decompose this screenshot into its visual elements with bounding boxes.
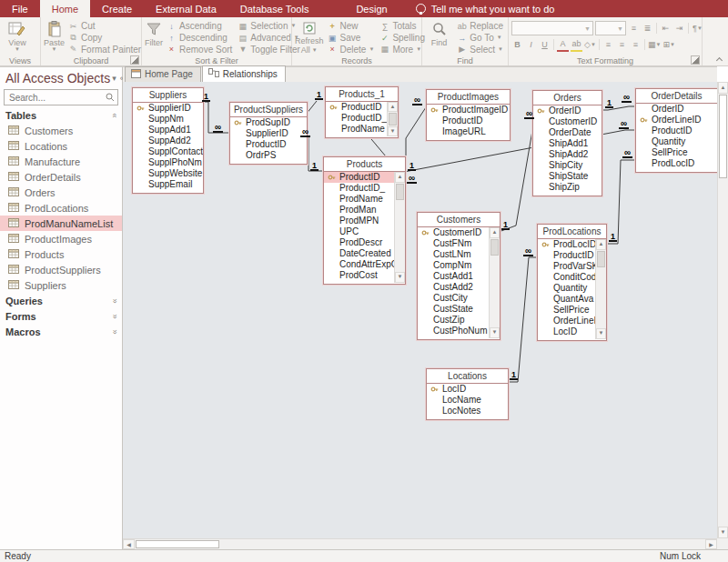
field-row-custadd2[interactable]: CustAdd2 [418,282,500,293]
table-box-customers[interactable]: CustomersCustomerIDCustFNmCustLNmCompNmC… [417,212,500,340]
field-row-orderdate[interactable]: OrderDate [533,127,602,138]
field-row-custfnm[interactable]: CustFNm [418,238,500,249]
gridlines-button[interactable]: ⊞▼ [662,39,675,51]
numbering-button[interactable]: ≣ [642,23,653,35]
relationships-canvas[interactable]: SuppliersSupplierIDSuppNmSuppAdd1SuppAdd… [123,82,717,538]
field-row-suppemail[interactable]: SuppEmail [133,179,203,190]
scroll-up-icon[interactable]: ▲ [490,227,500,238]
nav-section-forms[interactable]: Forms« [0,308,122,324]
underline-button[interactable]: U [539,39,551,51]
scroll-down-icon[interactable]: ▼ [596,328,606,339]
expand-section-icon[interactable]: « [109,298,118,303]
document-tab-home-page[interactable]: Home Page [125,66,201,82]
field-row-imageurl[interactable]: ImageURL [427,126,510,137]
background-color-button[interactable]: ◇▼ [584,39,596,51]
field-row-productid[interactable]: ProductID [324,172,405,183]
field-row-suppadd1[interactable]: SuppAdd1 [133,125,203,135]
field-row-shipadd2[interactable]: ShipAdd2 [533,149,602,160]
font-color-button[interactable]: A [557,38,569,52]
format-painter-button[interactable]: ✎Format Painter [66,44,143,55]
nav-section-macros[interactable]: Macros« [0,324,122,339]
expand-section-icon[interactable]: « [109,329,118,334]
table-box-scrollbar[interactable]: ▲▼ [387,102,398,136]
field-row-prodman[interactable]: ProdMan [324,205,405,216]
ribbon-tab-create[interactable]: Create [90,0,144,17]
nav-item-orderdetails[interactable]: OrderDetails [0,169,122,185]
nav-item-orders[interactable]: Orders [0,185,122,200]
field-row-custadd1[interactable]: CustAdd1 [418,271,500,282]
field-row-locnotes[interactable]: LocNotes [427,406,508,416]
field-row-orderlineid[interactable]: OrderLineID [636,115,717,125]
scroll-thumb[interactable] [389,113,397,125]
field-row-prodcost[interactable]: ProdCost [324,270,405,281]
new-record-button[interactable]: +New [326,21,377,32]
cut-button[interactable]: ✂Cut [66,21,143,32]
field-row-prodmpn[interactable]: ProdMPN [324,216,405,226]
italic-button[interactable]: I [525,39,537,51]
table-box-productsuppliers[interactable]: ProductSuppliersProdSupIDSupplierIDProdu… [229,102,308,165]
table-box-scrollbar[interactable]: ▲▼ [489,227,500,338]
vertical-scroll-thumb[interactable] [719,95,727,178]
table-box-suppliers[interactable]: SuppliersSupplierIDSuppNmSuppAdd1SuppAdd… [132,87,204,194]
field-row-supplphonm[interactable]: SupplPhoNm [133,157,203,168]
totals-button[interactable]: ∑Totals [378,21,427,32]
ribbon-tab-home[interactable]: Home [40,0,90,17]
search-input[interactable] [7,92,106,104]
scroll-thumb[interactable] [597,251,605,267]
field-row-shipadd1[interactable]: ShipAdd1 [533,138,602,149]
field-row-shipstate[interactable]: ShipState [533,171,602,182]
filter-button[interactable]: Filter [145,19,163,55]
tell-me-box[interactable]: Tell me what you want to do [416,0,555,17]
field-row-datecreated[interactable]: DateCreated [324,248,405,259]
align-right-button[interactable]: ≡ [630,39,642,51]
field-row-orderid[interactable]: OrderID [636,104,717,115]
field-row-quantity[interactable]: Quantity [636,136,717,147]
table-box-orders[interactable]: OrdersOrderIDCustomerIDOrderDateShipAdd1… [532,90,602,196]
field-row-supplierid[interactable]: SupplierID [230,128,307,139]
go-to-button[interactable]: →Go To▼ [455,33,505,44]
field-row-prodname[interactable]: ProdName [324,194,405,205]
field-row-productid[interactable]: ProductID [230,139,307,150]
decrease-indent-button[interactable]: ⇤ [660,23,672,35]
field-row-shipcity[interactable]: ShipCity [533,160,602,171]
table-box-orderdetails[interactable]: OrderDetailsOrderIDOrderLineIDProductIDQ… [635,88,717,173]
field-row-proddescr[interactable]: ProdDescr [324,237,405,248]
field-row-productid-[interactable]: ProductID_ [324,183,405,194]
field-row-supplierid[interactable]: SupplierID [133,103,203,114]
text-direction-button[interactable]: ¶▼ [692,23,703,35]
field-row-ordrps[interactable]: OrdrPS [230,150,307,161]
nav-item-locations[interactable]: Locations [0,138,122,154]
replace-button[interactable]: abReplace [455,21,505,32]
delete-button[interactable]: ×Delete▼ [326,44,377,55]
spelling-button[interactable]: ✓Spelling [378,33,427,44]
copy-button[interactable]: ⧉Copy [66,33,143,44]
table-box-products[interactable]: ProductsProductIDProductID_ProdNameProdM… [323,156,406,285]
align-center-button[interactable]: ≡ [616,39,628,51]
field-row-condattrexpcode[interactable]: CondAttrExpCode [324,259,405,270]
horizontal-scrollbar[interactable]: ◀ ▶ [123,538,717,549]
nav-item-suppliers[interactable]: Suppliers [0,277,122,293]
scroll-down-icon[interactable]: ▼ [388,126,398,136]
nav-section-queries[interactable]: Queries« [0,293,122,308]
field-row-locid[interactable]: LocID [427,384,508,395]
font-size-combobox[interactable]: ▼ [595,21,626,35]
remove-sort-button[interactable]: ×Remove Sort [165,44,234,55]
collapse-section-icon[interactable]: « [109,113,118,117]
bold-button[interactable]: B [511,39,523,51]
scroll-down-icon[interactable]: ▼ [490,327,500,338]
ribbon-tab-design[interactable]: Design [344,0,399,17]
scroll-thumb[interactable] [396,184,404,200]
field-row-upc[interactable]: UPC [324,226,405,237]
ascending-button[interactable]: ↓Ascending [165,21,234,32]
scroll-right-icon[interactable]: ▶ [705,539,717,549]
refresh-all-button[interactable]: Refresh All▼ [295,19,324,55]
select-button[interactable]: ▶Select▼ [455,44,505,55]
field-row-suppadd2[interactable]: SuppAdd2 [133,135,203,146]
find-button[interactable]: Find [425,19,453,55]
font-name-combobox[interactable]: ▼ [511,21,593,35]
scroll-up-icon[interactable]: ▲ [388,102,398,112]
scroll-thumb[interactable] [490,239,499,256]
field-row-orderid[interactable]: OrderID [533,105,602,116]
highlight-button[interactable]: ab [571,38,582,52]
nav-item-manufacture[interactable]: Manufacture [0,154,122,169]
